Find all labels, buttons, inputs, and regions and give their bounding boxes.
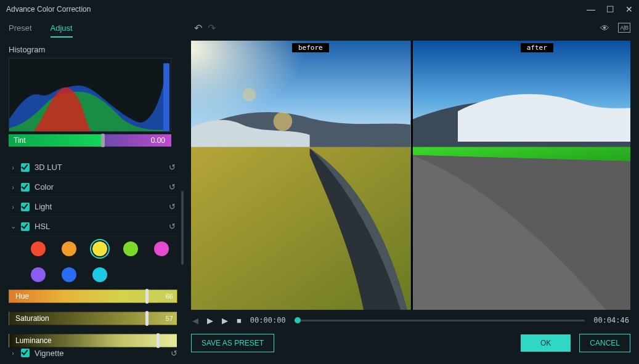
group-hsl[interactable]: ⌄ HSL ↺ [9,217,177,237]
cancel-button[interactable]: CANCEL [579,334,630,352]
swatch-magenta[interactable] [154,241,169,256]
eye-icon[interactable]: 👁 [600,23,609,33]
rightpane: ↶ ↷ 👁 A|B [185,18,639,364]
timeline-track[interactable] [295,320,585,322]
group-light[interactable]: › Light ↺ [9,197,177,217]
group-color[interactable]: › Color ↺ [9,177,177,197]
chevron-right-icon[interactable]: › [9,203,17,211]
titlebar: Advance Color Correction — ☐ ✕ [0,0,639,18]
reset-icon[interactable]: ↺ [166,222,177,231]
group-hsl-label: HSL [35,222,166,231]
checkbox-vignette[interactable] [21,349,30,357]
transport-bar: ◀ ▶ ▶ ■ 00:00:00 00:04:46 [191,310,630,331]
tint-slider[interactable]: Tint 0.00 [9,134,171,147]
undo-icon[interactable]: ↶ [191,22,205,34]
before-after-divider[interactable] [411,41,413,310]
checkbox-3dlut[interactable] [21,163,30,172]
group-vignette-label: Vignette [35,349,171,358]
time-current: 00:00:00 [250,316,286,325]
swatch-cyan[interactable] [92,267,107,282]
checkbox-color[interactable] [21,183,30,192]
swatch-purple[interactable] [31,267,46,282]
close-icon[interactable]: ✕ [625,4,633,14]
chevron-down-icon[interactable]: ⌄ [9,222,17,230]
tint-value: 0.00 [151,136,165,145]
saturation-value: 57 [166,315,173,322]
slider-handle[interactable] [145,289,149,304]
reset-icon[interactable]: ↺ [166,163,177,172]
hue-label: Hue [15,292,29,301]
stop-icon[interactable]: ■ [237,316,242,325]
swatch-yellow[interactable] [92,241,107,256]
next-frame-icon[interactable]: ▶ [222,316,228,325]
checkbox-hsl[interactable] [21,222,30,231]
swatch-red[interactable] [31,241,46,256]
swatch-orange[interactable] [62,241,76,256]
redo-icon[interactable]: ↷ [205,22,218,34]
group-light-label: Light [35,202,166,211]
swatch-blue[interactable] [62,267,76,282]
prev-frame-icon[interactable]: ◀ [192,316,198,325]
checkbox-light[interactable] [21,203,30,211]
preview-toolbar: ↶ ↷ 👁 A|B [191,18,630,37]
luminance-label: Luminance [15,336,52,345]
slider-handle[interactable] [145,311,149,326]
swatch-green[interactable] [123,241,138,256]
sidebar-tabs: Preset Adjust [9,23,177,38]
chevron-right-icon[interactable]: › [9,349,17,357]
before-label: before [292,43,329,52]
hue-value: 66 [166,293,173,300]
ok-button[interactable]: OK [521,334,571,352]
tint-label: Tint [14,136,26,145]
saturation-label: Saturation [15,314,49,323]
group-color-label: Color [35,182,166,192]
group-vignette[interactable]: › Vignette ↺ [9,346,177,360]
group-3dlut[interactable]: › 3D LUT ↺ [9,158,177,177]
time-duration: 00:04:46 [593,316,629,325]
after-label: after [521,43,553,52]
play-icon[interactable]: ▶ [207,316,213,325]
tab-adjust[interactable]: Adjust [51,23,73,38]
hsl-swatches [9,237,177,288]
hue-slider[interactable]: Hue 66 [9,288,177,304]
maximize-icon[interactable]: ☐ [606,4,614,14]
svg-point-6 [242,87,256,101]
reset-icon[interactable]: ↺ [171,349,177,358]
preview-area: before after [191,41,630,310]
compare-ab-icon[interactable]: A|B [618,23,630,33]
chevron-right-icon[interactable]: › [9,164,17,171]
group-3dlut-label: 3D LUT [35,163,166,172]
chevron-right-icon[interactable]: › [9,184,17,191]
reset-icon[interactable]: ↺ [166,182,177,192]
window-title: Advance Color Correction [6,5,91,14]
playhead[interactable] [295,317,301,323]
footer: SAVE AS PRESET OK CANCEL [191,331,630,355]
svg-point-5 [274,112,293,131]
saturation-slider[interactable]: Saturation 57 [9,310,177,326]
histogram [9,58,171,132]
sidebar-scrollbar[interactable] [181,191,184,265]
sidebar: Preset Adjust Histogram Tint 0.00 › 3D L… [0,18,185,364]
minimize-icon[interactable]: — [587,4,595,14]
reset-icon[interactable]: ↺ [166,202,177,211]
window-controls: — ☐ ✕ [587,4,633,14]
save-as-preset-button[interactable]: SAVE AS PRESET [191,334,274,352]
tab-preset[interactable]: Preset [9,23,32,38]
histogram-label: Histogram [9,45,177,54]
